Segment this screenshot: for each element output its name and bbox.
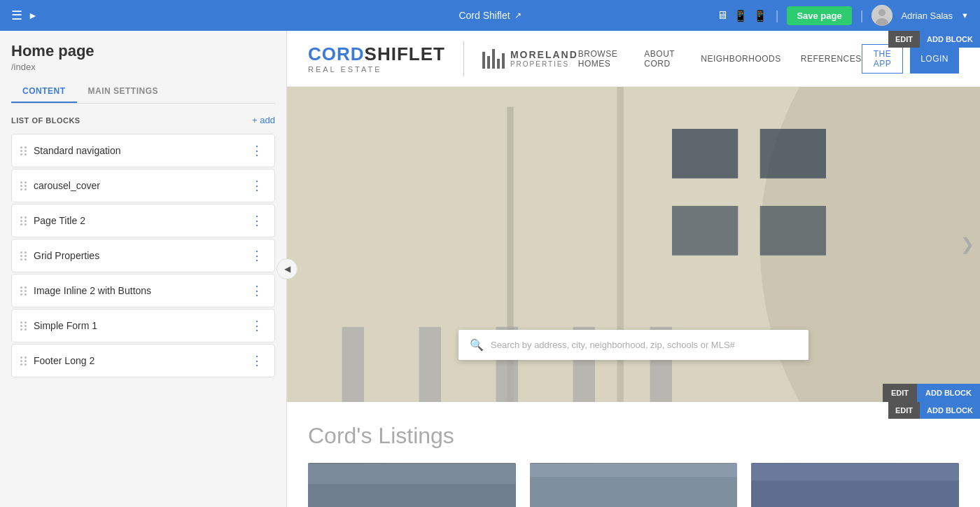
separator: | <box>776 8 779 23</box>
drag-handle-icon <box>20 251 27 261</box>
site-logo: CORD SHIFLET REAL ESTATE MOREL <box>308 41 578 76</box>
nav-about-cord[interactable]: ABOUT CORD <box>644 49 681 69</box>
expand-icon[interactable]: ► <box>28 10 38 21</box>
logo-cord: CORD <box>308 43 365 65</box>
search-bar: 🔍 Search by address, city, neighborhood,… <box>458 330 808 360</box>
bar2 <box>487 56 490 69</box>
block-menu-icon[interactable]: ⋮ <box>248 318 266 333</box>
desktop-icon[interactable]: 🖥 <box>717 9 728 22</box>
list-item[interactable]: Footer Long 2 ⋮ <box>11 344 275 377</box>
user-name: Adrian Salas <box>901 11 953 21</box>
tab-content[interactable]: CONTENT <box>11 81 77 103</box>
avatar <box>872 5 892 26</box>
svg-rect-51 <box>751 480 959 507</box>
block-menu-icon[interactable]: ⋮ <box>248 213 266 228</box>
nav-edit-button[interactable]: EDIT <box>888 31 920 48</box>
block-name: Footer Long 2 <box>34 355 241 366</box>
nav-login-button[interactable]: LOGIN <box>910 44 959 74</box>
sidebar-header: Home page /index CONTENT MAIN SETTINGS <box>0 31 286 104</box>
svg-rect-35 <box>760 129 826 179</box>
sidebar-tabs: CONTENT MAIN SETTINGS <box>11 81 275 104</box>
moreland-text-block: MORELAND PROPERTIES <box>510 49 578 68</box>
nav-browse-homes[interactable]: BROWSE HOMES <box>578 49 625 69</box>
logo-subtitle: REAL ESTATE <box>308 65 445 74</box>
featured-cards-row: FEATURED FEATURED FEATURED <box>308 463 959 507</box>
block-name: Image Inline 2 with Buttons <box>34 285 241 296</box>
moreland-logo: MORELAND PROPERTIES <box>482 49 578 69</box>
nav-references[interactable]: REFERENCES <box>801 54 862 64</box>
listings-add-block-button[interactable]: ADD BLOCK <box>920 402 980 419</box>
list-item[interactable]: Image Inline 2 with Buttons ⋮ <box>11 274 275 307</box>
mobile-icon[interactable]: 📱 <box>753 9 767 22</box>
drag-handle-icon <box>20 216 27 225</box>
sidebar: Home page /index CONTENT MAIN SETTINGS L… <box>0 31 287 507</box>
hero-section: 🔍 Search by address, city, neighborhood,… <box>287 87 980 402</box>
sidebar-content: LIST OF BLOCKS + add Standard navigation… <box>0 104 286 507</box>
list-item[interactable]: carousel_cover ⋮ <box>11 169 275 202</box>
search-icon: 🔍 <box>470 338 484 352</box>
svg-rect-34 <box>672 129 738 179</box>
block-name: carousel_cover <box>34 180 241 191</box>
sidebar-collapse-button[interactable]: ◀ <box>276 258 298 279</box>
bar3 <box>492 49 495 69</box>
block-menu-icon[interactable]: ⋮ <box>248 248 266 263</box>
separator2: | <box>860 8 864 23</box>
nav-buttons: THE APP LOGIN <box>862 44 959 74</box>
bar1 <box>482 52 485 69</box>
hero-edit-controls: EDIT ADD BLOCK <box>883 384 980 402</box>
moreland-name: MORELAND <box>510 49 578 60</box>
drag-handle-icon <box>20 321 27 331</box>
external-link-icon[interactable]: ↗ <box>514 11 522 20</box>
menu-icon[interactable]: ☰ <box>11 8 22 23</box>
main-layout: Home page /index CONTENT MAIN SETTINGS L… <box>0 31 980 507</box>
tab-main-settings[interactable]: MAIN SETTINGS <box>77 81 170 103</box>
tablet-icon[interactable]: 📱 <box>734 9 748 22</box>
hero-next-arrow[interactable]: ❯ <box>960 235 974 254</box>
list-item[interactable]: Grid Properties ⋮ <box>11 239 275 272</box>
nav-links: BROWSE HOMES ABOUT CORD NEIGHBORHOODS RE… <box>578 49 862 69</box>
list-item[interactable]: Page Title 2 ⋮ <box>11 204 275 237</box>
hero-edit-button[interactable]: EDIT <box>883 384 917 402</box>
save-page-button[interactable]: Save page <box>787 6 851 25</box>
svg-rect-39 <box>342 327 364 402</box>
blocks-header: LIST OF BLOCKS + add <box>11 115 275 125</box>
block-menu-icon[interactable]: ⋮ <box>248 353 266 368</box>
svg-rect-40 <box>419 327 441 402</box>
list-item[interactable]: Standard navigation ⋮ <box>11 134 275 167</box>
nav-neighborhoods[interactable]: NEIGHBORHOODS <box>701 54 781 64</box>
listings-section: EDIT ADD BLOCK Cord's Listings FEATURED <box>287 402 980 507</box>
search-input[interactable]: Search by address, city, neighborhood, z… <box>491 340 797 350</box>
topbar: ☰ ► Cord Shiflet ↗ 🖥 📱 📱 | Save page | A… <box>0 0 980 31</box>
svg-rect-49 <box>530 477 738 507</box>
hero-add-block-button[interactable]: ADD BLOCK <box>917 384 980 402</box>
logo-shiflet: SHIFLET <box>365 43 445 65</box>
hero-background: 🔍 Search by address, city, neighborhood,… <box>287 87 980 402</box>
blocks-label: LIST OF BLOCKS <box>11 116 80 125</box>
topbar-right: 🖥 📱 📱 | Save page | Adrian Salas ▼ <box>717 5 969 26</box>
block-menu-icon[interactable]: ⋮ <box>248 178 266 193</box>
nav-app-button[interactable]: THE APP <box>862 44 903 74</box>
caret-down-icon[interactable]: ▼ <box>961 11 969 20</box>
drag-handle-icon <box>20 181 27 190</box>
logo-text: CORD SHIFLET REAL ESTATE <box>308 43 445 74</box>
device-switcher: 🖥 📱 📱 <box>717 9 767 22</box>
svg-rect-36 <box>672 206 738 256</box>
svg-point-1 <box>878 9 886 16</box>
page-title: Home page <box>11 42 275 60</box>
block-menu-icon[interactable]: ⋮ <box>248 143 266 158</box>
block-menu-icon[interactable]: ⋮ <box>248 283 266 298</box>
listings-edit-button[interactable]: EDIT <box>888 402 920 419</box>
nav-add-block-button[interactable]: ADD BLOCK <box>920 31 980 48</box>
add-block-button[interactable]: + add <box>252 115 275 125</box>
svg-rect-47 <box>308 484 516 507</box>
block-name: Simple Form 1 <box>34 320 241 331</box>
block-name: Standard navigation <box>34 145 241 156</box>
list-item[interactable]: Simple Form 1 ⋮ <box>11 309 275 342</box>
preview-area: CORD SHIFLET REAL ESTATE MOREL <box>287 31 980 507</box>
featured-card: FEATURED <box>530 463 738 507</box>
listings-title: Cord's Listings <box>308 423 959 449</box>
drag-handle-icon <box>20 286 27 296</box>
site-navigation: CORD SHIFLET REAL ESTATE MOREL <box>287 31 980 87</box>
drag-handle-icon <box>20 146 27 155</box>
listings-edit-controls: EDIT ADD BLOCK <box>888 402 980 419</box>
